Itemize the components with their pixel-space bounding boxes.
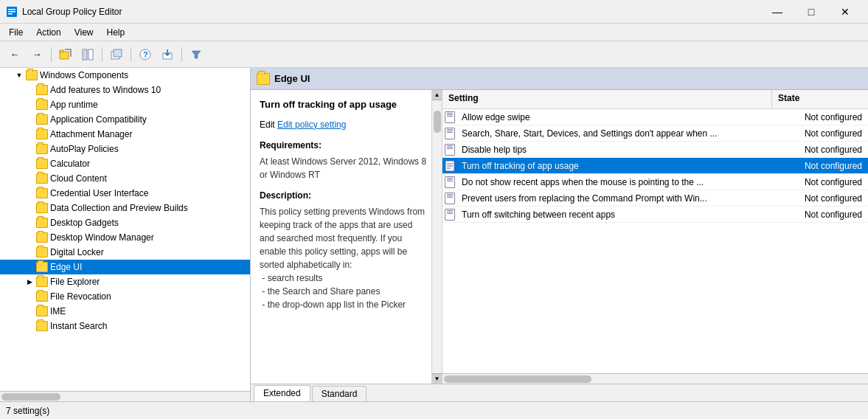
folder-icon bbox=[36, 306, 48, 316]
settings-row[interactable]: Prevent users from replacing the Command… bbox=[442, 190, 868, 207]
settings-row[interactable]: Search, Share, Start, Devices, and Setti… bbox=[442, 125, 868, 142]
expand-arrow-empty bbox=[25, 233, 34, 242]
tree-digital-locker[interactable]: Digital Locker bbox=[0, 245, 250, 260]
filter-button[interactable] bbox=[186, 45, 206, 64]
setting-text: Disable help tips bbox=[457, 145, 772, 155]
setting-text: Search, Share, Start, Devices, and Setti… bbox=[457, 128, 772, 139]
svg-rect-9 bbox=[114, 49, 122, 57]
title-bar: Local Group Policy Editor — □ ✕ bbox=[0, 0, 868, 24]
menu-view[interactable]: View bbox=[69, 26, 100, 39]
policy-icon bbox=[442, 159, 457, 173]
back-button[interactable]: ← bbox=[4, 45, 25, 64]
tree-desktop-gadgets[interactable]: Desktop Gadgets bbox=[0, 215, 250, 230]
menu-file[interactable]: File bbox=[3, 26, 29, 39]
tree-item-label: Digital Locker bbox=[50, 247, 104, 257]
description-label: Description: bbox=[260, 189, 428, 202]
tab-standard[interactable]: Standard bbox=[312, 386, 367, 401]
tree-item-label: IME bbox=[50, 306, 66, 316]
settings-row[interactable]: Allow edge swipe Not configured bbox=[442, 109, 868, 125]
folder-icon bbox=[36, 277, 48, 287]
help-button[interactable]: ? bbox=[135, 45, 156, 64]
settings-row[interactable]: Turn off switching between recent apps N… bbox=[442, 207, 868, 223]
scrollbar-thumb bbox=[444, 375, 591, 383]
policy-icon bbox=[442, 126, 457, 141]
status-text: 7 setting(s) bbox=[6, 406, 49, 416]
tab-extended[interactable]: Extended bbox=[254, 385, 310, 401]
folder-icon bbox=[36, 100, 48, 110]
tree-app-compatibility[interactable]: Application Compatibility bbox=[0, 112, 250, 127]
folder-icon bbox=[36, 144, 48, 154]
window-controls: — □ ✕ bbox=[760, 0, 862, 24]
scroll-down-button[interactable]: ▼ bbox=[432, 373, 442, 384]
tree-attachment-manager[interactable]: Attachment Manager bbox=[0, 127, 250, 142]
scrollbar-thumb bbox=[1, 393, 60, 401]
export-button[interactable] bbox=[157, 45, 178, 64]
tree-item-label: Application Compatibility bbox=[50, 114, 147, 125]
tree-horizontal-scrollbar[interactable] bbox=[0, 391, 250, 401]
menu-action[interactable]: Action bbox=[30, 26, 66, 39]
setting-text: Prevent users from replacing the Command… bbox=[457, 193, 772, 204]
tree-credential-ui[interactable]: Credential User Interface bbox=[0, 186, 250, 201]
folder-up-button[interactable] bbox=[55, 45, 76, 64]
folder-icon bbox=[36, 291, 48, 302]
folder-icon bbox=[36, 114, 48, 125]
menu-help[interactable]: Help bbox=[101, 26, 131, 39]
settings-row[interactable]: Disable help tips Not configured bbox=[442, 142, 868, 158]
tree-item-label: File Explorer bbox=[50, 277, 100, 287]
expand-arrow-empty bbox=[25, 115, 34, 124]
tree-item-label: Credential User Interface bbox=[50, 188, 148, 198]
expand-arrow: ▼ bbox=[15, 71, 24, 80]
svg-rect-6 bbox=[83, 49, 87, 60]
tree-calculator[interactable]: Calculator bbox=[0, 156, 250, 171]
minimize-button[interactable]: — bbox=[760, 0, 794, 24]
toolbar-separator-4 bbox=[181, 47, 182, 62]
requirements-title: Requirements: bbox=[260, 139, 428, 152]
close-button[interactable]: ✕ bbox=[828, 0, 862, 24]
expand-arrow-empty bbox=[25, 174, 34, 183]
new-window-button[interactable] bbox=[106, 45, 127, 64]
forward-button[interactable]: → bbox=[27, 45, 47, 64]
expand-arrow-empty bbox=[25, 130, 34, 139]
tree-file-revocation[interactable]: File Revocation bbox=[0, 289, 250, 304]
policy-icon bbox=[442, 142, 457, 157]
tree-instant-search[interactable]: Instant Search bbox=[0, 319, 250, 333]
setting-text: Turn off switching between recent apps bbox=[457, 210, 772, 220]
settings-row-selected[interactable]: Turn off tracking of app usage Not confi… bbox=[442, 158, 868, 174]
description-section: Description: This policy setting prevent… bbox=[260, 189, 428, 311]
folder-icon bbox=[36, 321, 48, 331]
tree-pane: ▼ Windows Components Add features to Win… bbox=[0, 68, 251, 401]
svg-rect-3 bbox=[8, 13, 13, 15]
tree-desktop-window-manager[interactable]: Desktop Window Manager bbox=[0, 230, 250, 245]
scroll-up-button[interactable]: ▲ bbox=[432, 90, 442, 100]
tree-file-explorer[interactable]: ▶ File Explorer bbox=[0, 274, 250, 289]
svg-rect-1 bbox=[8, 9, 15, 10]
tree-item-label: Instant Search bbox=[50, 321, 107, 331]
tree-app-runtime[interactable]: App runtime bbox=[0, 97, 250, 112]
toolbar-separator-2 bbox=[102, 47, 103, 62]
tree-ime[interactable]: IME bbox=[0, 304, 250, 319]
edit-link-container: Edit Edit policy setting bbox=[260, 118, 428, 131]
requirements-text: At least Windows Server 2012, Windows 8 … bbox=[260, 155, 428, 181]
policy-title: Turn off tracking of app usage bbox=[260, 97, 428, 112]
tree-item-label: Add features to Windows 10 bbox=[50, 85, 161, 95]
tree-item-label: Attachment Manager bbox=[50, 129, 132, 139]
tree-cloud-content[interactable]: Cloud Content bbox=[0, 171, 250, 186]
show-hide-button[interactable] bbox=[77, 45, 98, 64]
edit-policy-link[interactable]: Edit policy setting bbox=[277, 120, 346, 130]
expand-arrow-empty bbox=[25, 159, 34, 168]
tree-data-collection[interactable]: Data Collection and Preview Builds bbox=[0, 201, 250, 215]
tree-windows-components[interactable]: ▼ Windows Components bbox=[0, 68, 250, 83]
settings-row[interactable]: Do not show recent apps when the mouse i… bbox=[442, 174, 868, 190]
scroll-thumb bbox=[434, 111, 441, 133]
app-icon bbox=[6, 6, 18, 18]
policy-icon bbox=[442, 207, 457, 222]
description-body: This policy setting prevents Windows fro… bbox=[260, 205, 428, 311]
settings-horizontal-scrollbar[interactable] bbox=[442, 373, 868, 384]
tree-autoplay[interactable]: AutoPlay Policies bbox=[0, 142, 250, 156]
tree-add-features[interactable]: Add features to Windows 10 bbox=[0, 83, 250, 97]
maximize-button[interactable]: □ bbox=[794, 0, 828, 24]
expand-arrow-empty bbox=[25, 322, 34, 330]
folder-icon bbox=[26, 70, 38, 80]
tree-item-label: App runtime bbox=[50, 100, 98, 110]
tree-edge-ui[interactable]: Edge UI bbox=[0, 260, 250, 274]
